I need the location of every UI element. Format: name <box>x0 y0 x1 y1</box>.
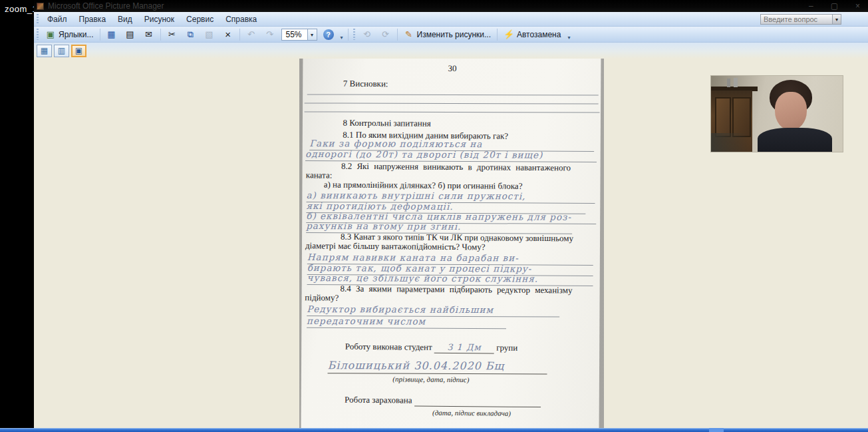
taskbar-button-edge <box>709 428 724 432</box>
blank-line <box>307 94 599 95</box>
shortcuts-button[interactable]: ▣ Ярлыки... <box>41 28 98 41</box>
restore-button[interactable]: ▢ <box>831 1 838 11</box>
menu-edit[interactable]: Правка <box>73 13 112 26</box>
edit-pictures-icon: ✎ <box>404 29 414 40</box>
thumbnail-view-button[interactable]: ▦ <box>37 45 52 57</box>
undo-button[interactable]: ↶ <box>242 28 261 41</box>
thumbnail-view-icon: ▦ <box>41 46 48 55</box>
zoom-combo[interactable]: 55% ▾ <box>281 29 317 41</box>
autocorrect-icon: ⚡ <box>504 29 514 40</box>
section8-heading: 8 Контрольні запитання <box>343 118 430 129</box>
person-shoulders <box>758 128 832 152</box>
separator <box>160 29 161 41</box>
autocorrect-button[interactable]: ⚡ Автозамена <box>500 28 565 41</box>
overlay-zoom-label: zoom_1 <box>5 4 37 14</box>
help-button[interactable]: ? <box>319 28 338 41</box>
menu-picture[interactable]: Рисунок <box>138 13 180 26</box>
app-icon <box>37 3 44 10</box>
question-8-3-line2: діаметрі має більшу вантажопідйомність? … <box>305 240 486 252</box>
question-8-2-line1: 8.2 Які напруження виникають в дротинах … <box>341 161 571 174</box>
cut-icon: ✂ <box>167 29 178 40</box>
filmstrip-view-icon: ▥ <box>58 46 65 55</box>
rotate-left-button[interactable]: ⟲ <box>358 28 376 41</box>
blank-line <box>305 111 600 112</box>
print-icon: ▤ <box>125 29 136 40</box>
shadow <box>711 133 758 152</box>
name-date-signature-handwritten: Білошицький 30.04.2020 Бщ <box>328 359 547 374</box>
answer-8-4-line2: передаточним числом <box>307 316 506 329</box>
paste-button[interactable]: ▧ <box>200 28 219 41</box>
menu-tools[interactable]: Сервис <box>180 13 219 26</box>
mail-button[interactable]: ✉ <box>140 28 158 41</box>
zoom-dropdown-icon[interactable]: ▾ <box>307 29 317 40</box>
zoom-value: 55% <box>282 30 307 39</box>
toolbar-overflow-icon[interactable]: ▾ <box>338 35 346 41</box>
separator <box>239 29 240 41</box>
help-icon: ? <box>323 29 334 40</box>
work-accepted-line: Робота зарахована <box>345 395 541 407</box>
student-group-handwritten: З 1 Дм <box>447 342 481 352</box>
single-picture-view-icon: ▣ <box>75 46 82 55</box>
taskbar-edge[interactable] <box>0 428 868 432</box>
toolbar-grip-2[interactable] <box>353 29 355 39</box>
undo-icon: ↶ <box>246 29 257 40</box>
minimize-button[interactable]: – <box>809 1 813 11</box>
separator <box>397 29 398 41</box>
rotate-right-icon: ⟳ <box>380 29 391 40</box>
question-8-4-line2: підйому? <box>305 292 339 303</box>
left-black-strip: zoom_1 <box>0 0 34 428</box>
worksheet-paper: 30 7 Висновки: 8 Контрольні запитання 8.… <box>301 59 601 428</box>
close-button[interactable]: × <box>855 1 860 11</box>
window-title: Microsoft Office Picture Manager <box>48 1 164 11</box>
edit-pictures-button[interactable]: ✎ Изменить рисунки... <box>400 28 495 41</box>
save-icon: ▦ <box>106 29 117 40</box>
rotate-right-button[interactable]: ⟳ <box>376 28 395 41</box>
save-button[interactable]: ▦ <box>102 28 121 41</box>
type-question-input[interactable] <box>761 15 832 23</box>
copy-button[interactable]: ⧉ <box>182 28 200 41</box>
picture-viewing-area: 30 7 Висновки: 8 Контрольні запитання 8.… <box>34 59 868 428</box>
toolbar-grip[interactable] <box>37 29 39 39</box>
mail-icon: ✉ <box>144 29 154 40</box>
view-mode-bar: ▦ ▥ ▣ <box>34 43 868 59</box>
section7-heading: 7 Висновки: <box>343 79 388 90</box>
blank-line <box>305 103 599 104</box>
toolbar2-overflow-icon[interactable]: ▾ <box>565 35 573 41</box>
shelf-item <box>734 78 738 87</box>
separator <box>348 29 349 41</box>
separator <box>100 29 100 41</box>
picture-manager-window: Microsoft Office Picture Manager – ▢ × Ф… <box>34 0 868 428</box>
copy-icon: ⧉ <box>186 29 196 40</box>
question-8-4-line1: 8.4 За якими параметрами підбирають реду… <box>340 284 572 296</box>
student-line: Роботу виконав студент З 1 Дм групи <box>345 341 518 354</box>
caption-accepted: (дата, підпис викладача) <box>432 409 511 417</box>
filmstrip-view-button[interactable]: ▥ <box>54 45 69 57</box>
document-photo: 30 7 Висновки: 8 Контрольні запитання 8.… <box>299 59 604 428</box>
menu-help[interactable]: Справка <box>219 13 263 26</box>
menubar: Файл Правка Вид Рисунок Сервис Справка ▾ <box>34 12 868 27</box>
delete-button[interactable]: × <box>219 28 237 41</box>
menu-view[interactable]: Вид <box>112 13 138 26</box>
rotate-left-icon: ⟲ <box>362 29 372 40</box>
type-question-box[interactable]: ▾ <box>760 14 841 25</box>
page-number: 30 <box>303 62 601 75</box>
redo-icon: ↷ <box>265 29 275 40</box>
print-button[interactable]: ▤ <box>121 28 140 41</box>
titlebar: Microsoft Office Picture Manager – ▢ × <box>34 0 868 12</box>
shelf-item <box>727 79 730 87</box>
cut-button[interactable]: ✂ <box>163 28 182 41</box>
question-dropdown-icon[interactable]: ▾ <box>832 15 841 24</box>
screen: zoom_1 Microsoft Office Picture Manager … <box>0 0 868 432</box>
single-picture-view-button[interactable]: ▣ <box>71 45 86 57</box>
menubar-grip[interactable] <box>37 14 39 24</box>
caption-name-date-signature: (прізвище, дата, підпис) <box>392 375 469 383</box>
paste-icon: ▧ <box>204 29 215 40</box>
separator <box>497 29 498 41</box>
shortcuts-icon: ▣ <box>45 29 56 40</box>
menu-file[interactable]: Файл <box>41 13 73 26</box>
toolbar: ▣ Ярлыки... ▦ ▤ ✉ ✂ ⧉ ▧ × ↶ ↷ 55% ▾ ? ▾ … <box>34 27 868 43</box>
person-face <box>775 92 807 130</box>
delete-icon: × <box>223 29 233 40</box>
redo-button[interactable]: ↷ <box>261 28 279 41</box>
webcam-video-overlay <box>710 75 843 152</box>
